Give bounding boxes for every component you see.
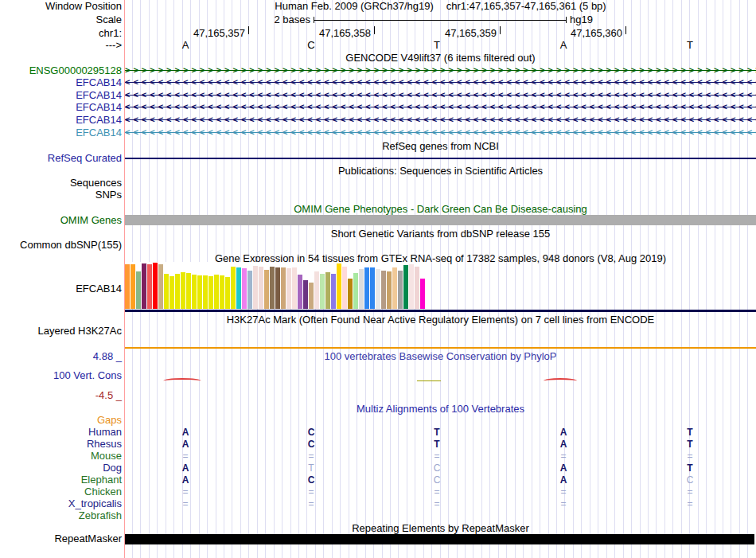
gene-line[interactable]: <<<<<<<<<<<<<<<<<<<<<<<<<<<<<<<<<<<<<<<<…	[125, 115, 756, 126]
gtex-bar[interactable]	[392, 267, 397, 309]
alignment-base: T	[682, 427, 698, 438]
gene-label[interactable]: EFCAB14	[0, 115, 122, 126]
gene-line[interactable]: <<<<<<<<<<<<<<<<<<<<<<<<<<<<<<<<<<<<<<<<…	[125, 127, 756, 139]
window-position-value: Human Feb. 2009 (GRCh37/hg19) chr1:47,16…	[125, 1, 756, 12]
gtex-bar[interactable]	[220, 275, 224, 309]
gtex-bar[interactable]	[192, 275, 197, 309]
alignment-base: =	[177, 486, 193, 498]
gtex-bar[interactable]	[353, 273, 358, 309]
gtex-bar[interactable]	[398, 271, 403, 309]
gtex-bar[interactable]	[342, 267, 347, 309]
species-label[interactable]: Chicken	[0, 486, 122, 498]
gtex-bar[interactable]	[292, 267, 297, 309]
gtex-bar[interactable]	[298, 275, 302, 309]
h3k27ac-label[interactable]: Layered H3K27Ac	[0, 326, 122, 337]
gtex-bar[interactable]	[247, 271, 252, 309]
gtex-bar[interactable]	[253, 266, 258, 309]
gtex-bar[interactable]	[409, 264, 414, 309]
alignment-base: C	[303, 427, 319, 438]
gtex-bar[interactable]	[131, 264, 135, 309]
gtex-bar[interactable]	[270, 267, 275, 309]
gtex-bar[interactable]	[164, 274, 169, 309]
gtex-bar[interactable]	[281, 267, 286, 309]
gtex-bar[interactable]	[359, 269, 364, 309]
gtex-bar[interactable]	[387, 271, 392, 309]
refseq-gene-line[interactable]	[125, 158, 756, 159]
refseq-curated-label[interactable]: RefSeq Curated	[0, 153, 122, 164]
alignment-base: =	[429, 451, 445, 462]
gtex-bar[interactable]	[170, 276, 174, 309]
gtex-bar[interactable]	[325, 272, 330, 309]
repeatmasker-bar[interactable]	[125, 534, 754, 544]
coordinate-value: 47,165,360	[536, 28, 622, 39]
gtex-bar[interactable]	[142, 263, 146, 309]
species-label[interactable]: Mouse	[0, 451, 122, 462]
species-label[interactable]: Rhesus	[0, 439, 122, 450]
gtex-gene-label[interactable]: EFCAB14	[0, 283, 122, 295]
repeatmasker-label[interactable]: RepeatMasker	[0, 533, 122, 544]
gtex-bar[interactable]	[203, 275, 208, 309]
gene-line[interactable]: <<<<<<<<<<<<<<<<<<<<<<<<<<<<<<<<<<<<<<<<…	[125, 90, 756, 101]
gtex-bar[interactable]	[236, 267, 241, 309]
species-label[interactable]: Elephant	[0, 474, 122, 486]
gtex-bar[interactable]	[320, 274, 325, 309]
gtex-bar[interactable]	[242, 268, 247, 309]
left-arrows: <<<<<<<<<<<<<<<<<<<<<<<<<<<<<<<<<<<<<<<<…	[125, 115, 756, 126]
gtex-bar[interactable]	[376, 269, 380, 309]
gene-line[interactable]: <<<<<<<<<<<<<<<<<<<<<<<<<<<<<<<<<<<<<<<<…	[125, 102, 756, 113]
gtex-bar[interactable]	[231, 267, 236, 309]
gtex-bar[interactable]	[275, 267, 280, 309]
track-title-repeatmasker: Repeating Elements by RepeatMasker	[125, 523, 756, 534]
gtex-bar[interactable]	[186, 273, 191, 309]
phylop-label[interactable]: 100 Vert. Cons	[0, 370, 122, 381]
gtex-bar[interactable]	[208, 276, 213, 309]
species-label[interactable]: Gaps	[0, 415, 122, 426]
gtex-bar[interactable]	[403, 265, 408, 309]
gene-line[interactable]: <<<<<<<<<<<<<<<<<<<<<<<<<<<<<<<<<<<<<<<<…	[125, 77, 756, 88]
gtex-bar[interactable]	[181, 272, 185, 309]
gtex-bar[interactable]	[264, 270, 269, 309]
gtex-bar[interactable]	[381, 271, 386, 309]
gtex-bar[interactable]	[370, 267, 375, 309]
gtex-bar[interactable]	[153, 263, 158, 309]
gtex-bar[interactable]	[331, 274, 336, 309]
scale-ruler	[314, 17, 567, 23]
snps-label[interactable]: SNPs	[0, 189, 122, 201]
gtex-barchart[interactable]	[125, 262, 429, 309]
gtex-bar[interactable]	[415, 267, 419, 309]
gtex-bar[interactable]	[125, 264, 130, 309]
gtex-bar[interactable]	[303, 280, 308, 309]
gene-line[interactable]: >>>>>>>>>>>>>>>>>>>>>>>>>>>>>>>>>>>>>>>>…	[125, 65, 756, 76]
species-label[interactable]: X_tropicalis	[0, 498, 122, 509]
species-label[interactable]: Zebrafish	[0, 510, 122, 521]
gtex-bar[interactable]	[147, 264, 152, 309]
gene-label[interactable]: EFCAB14	[0, 77, 122, 88]
gtex-bar[interactable]	[225, 277, 230, 309]
gtex-bar[interactable]	[364, 267, 369, 309]
gtex-bar[interactable]	[214, 275, 219, 309]
gene-label[interactable]: EFCAB14	[0, 102, 122, 113]
gtex-bar[interactable]	[158, 264, 163, 309]
gtex-bar[interactable]	[348, 279, 353, 309]
omim-genes-bar[interactable]	[125, 215, 756, 225]
species-label[interactable]: Human	[0, 427, 122, 438]
gtex-bar[interactable]	[136, 271, 141, 309]
alignment-base: C	[682, 474, 698, 486]
gene-label[interactable]: ENSG00000295128	[0, 65, 122, 76]
alignment-base: A	[177, 462, 193, 474]
gtex-bar[interactable]	[259, 267, 263, 309]
omim-genes-label[interactable]: OMIM Genes	[0, 215, 122, 226]
gene-label[interactable]: EFCAB14	[0, 127, 122, 139]
gtex-bar[interactable]	[420, 279, 425, 309]
gtex-bar[interactable]	[197, 275, 202, 309]
gtex-bar[interactable]	[175, 274, 180, 309]
gtex-bar[interactable]	[314, 271, 319, 309]
gene-label[interactable]: EFCAB14	[0, 90, 122, 101]
gtex-bar[interactable]	[309, 283, 314, 309]
reference-base: A	[177, 40, 193, 51]
gtex-bar[interactable]	[286, 268, 291, 309]
species-label[interactable]: Dog	[0, 462, 122, 474]
common-dbsnp-label[interactable]: Common dbSNP(155)	[0, 240, 122, 251]
sequences-label[interactable]: Sequences	[0, 178, 122, 189]
gtex-bar[interactable]	[337, 263, 341, 309]
